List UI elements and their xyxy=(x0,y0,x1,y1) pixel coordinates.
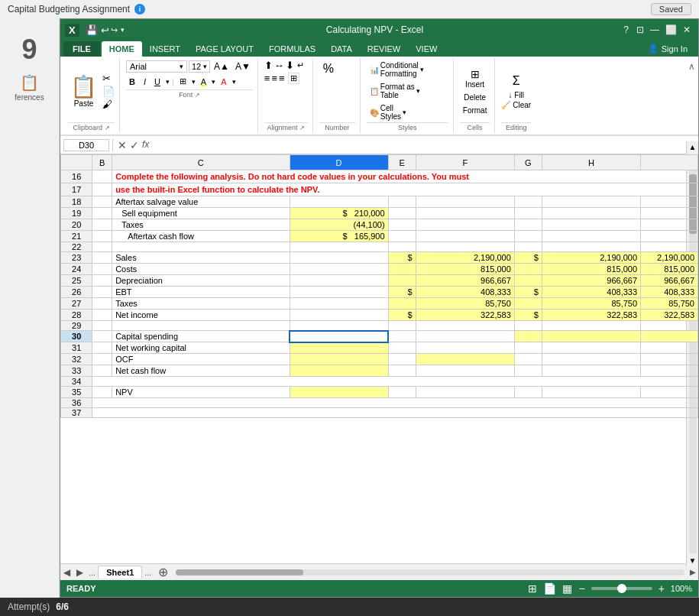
col-header-h[interactable]: H xyxy=(542,155,640,170)
cell-d30-selected[interactable] xyxy=(290,331,388,342)
cell-c22[interactable] xyxy=(112,242,290,252)
align-bottom-button[interactable]: ⬇ xyxy=(286,60,294,71)
cell-f27[interactable]: 85,750 xyxy=(416,298,514,310)
border-button[interactable]: ⊞ xyxy=(176,75,189,88)
cell-g35[interactable] xyxy=(514,387,542,398)
sheet-next-button[interactable]: ▶ xyxy=(73,567,86,578)
cell-e35[interactable] xyxy=(388,387,416,398)
cell-b18[interactable] xyxy=(92,196,112,208)
cell-f25[interactable]: 966,667 xyxy=(416,275,514,287)
cell-h33[interactable] xyxy=(542,365,640,377)
fill-button[interactable]: ↓ Fill xyxy=(509,91,525,99)
cell-e32[interactable] xyxy=(388,354,416,365)
cell-c23[interactable]: Sales xyxy=(112,252,290,264)
underline-dropdown[interactable]: ▾ xyxy=(166,78,170,86)
cell-f23[interactable]: 2,190,000 xyxy=(416,252,514,264)
cell-f18[interactable] xyxy=(416,196,514,208)
cell-e22[interactable] xyxy=(388,242,416,252)
cell-styles-button[interactable]: 🎨 CellStyles ▾ xyxy=(367,102,427,122)
cell-e25[interactable] xyxy=(388,275,416,287)
cell-f35[interactable] xyxy=(416,387,514,398)
cell-e23[interactable]: $ xyxy=(388,252,416,264)
h-scroll-right-button[interactable]: ▶ xyxy=(688,568,698,576)
sign-in-button[interactable]: 👤 Sign In xyxy=(640,41,695,57)
cell-c24[interactable]: Costs xyxy=(112,264,290,275)
cell-f19[interactable] xyxy=(416,208,514,219)
cell-h25[interactable]: 966,667 xyxy=(542,275,640,287)
decrease-font-button[interactable]: A▼ xyxy=(233,60,253,73)
cell-c19[interactable]: Sell equipment xyxy=(112,208,290,219)
cell-g31[interactable] xyxy=(514,342,542,354)
percent-button[interactable]: % xyxy=(319,60,338,78)
cell-f22[interactable] xyxy=(416,242,514,252)
autosum-button[interactable]: Σ xyxy=(510,73,523,89)
tab-page-layout[interactable]: PAGE LAYOUT xyxy=(188,41,261,57)
col-header-c[interactable]: C xyxy=(112,155,290,170)
help-icon[interactable]: ? xyxy=(619,24,633,35)
align-right-button[interactable]: ≡ xyxy=(279,73,285,84)
cell-g21[interactable] xyxy=(514,231,542,242)
bold-button[interactable]: B xyxy=(126,76,138,88)
cell-e31[interactable] xyxy=(388,342,416,354)
fill-color-button[interactable]: A xyxy=(198,76,209,88)
cell-h21[interactable] xyxy=(542,231,640,242)
tab-formulas[interactable]: FORMULAS xyxy=(261,41,323,57)
clear-button[interactable]: 🧹 Clear xyxy=(501,101,531,109)
border-dropdown[interactable]: ▾ xyxy=(192,78,196,86)
cell-d35[interactable] xyxy=(290,387,388,398)
col-header-g[interactable]: G xyxy=(514,155,542,170)
cell-b16[interactable] xyxy=(92,170,112,183)
cell-h26[interactable]: 408,333 xyxy=(542,287,640,298)
cell-b30[interactable] xyxy=(92,331,112,342)
cell-h31[interactable] xyxy=(542,342,640,354)
cell-h19[interactable] xyxy=(542,208,640,219)
cell-c33[interactable]: Net cash flow xyxy=(112,365,290,377)
cell-f21[interactable] xyxy=(416,231,514,242)
increase-font-button[interactable]: A▲ xyxy=(212,60,231,73)
cell-h30[interactable] xyxy=(542,331,640,342)
zoom-out-button[interactable]: − xyxy=(578,582,584,595)
tab-view[interactable]: VIEW xyxy=(408,41,445,57)
fill-dropdown[interactable]: ▾ xyxy=(212,78,215,86)
cell-d28[interactable] xyxy=(290,310,388,321)
cell-c29[interactable] xyxy=(112,321,290,331)
cell-reference-box[interactable]: D30 xyxy=(63,139,109,151)
zoom-slider[interactable] xyxy=(591,587,652,590)
merge-button[interactable]: ⊞ xyxy=(288,73,299,84)
cell-h23[interactable]: 2,190,000 xyxy=(542,252,640,264)
cell-e18[interactable] xyxy=(388,196,416,208)
sheet-tab-sheet1[interactable]: Sheet1 xyxy=(98,566,142,579)
cell-h35[interactable] xyxy=(542,387,640,398)
cell-f29[interactable] xyxy=(416,321,514,331)
cell-b29[interactable] xyxy=(92,321,112,331)
cut-icon[interactable]: ✂ xyxy=(102,73,115,84)
align-top-button[interactable]: ⬆ xyxy=(264,60,273,71)
cell-g32[interactable] xyxy=(514,354,542,365)
cell-e26[interactable]: $ xyxy=(388,287,416,298)
cell-d25[interactable] xyxy=(290,275,388,287)
cell-b23[interactable] xyxy=(92,252,112,264)
cell-c25[interactable]: Depreciation xyxy=(112,275,290,287)
cell-f24[interactable]: 815,000 xyxy=(416,264,514,275)
cell-b32[interactable] xyxy=(92,354,112,365)
cell-e21[interactable] xyxy=(388,231,416,242)
cell-e20[interactable] xyxy=(388,219,416,231)
format-cells-button[interactable]: Format xyxy=(460,105,490,116)
add-sheet-button[interactable]: ⊕ xyxy=(154,565,173,579)
cell-d26[interactable] xyxy=(290,287,388,298)
cell-c30[interactable]: Capital spending xyxy=(112,331,290,342)
delete-cells-button[interactable]: Delete xyxy=(461,92,489,103)
cell-d31[interactable] xyxy=(290,342,388,354)
cell-b35[interactable] xyxy=(92,387,112,398)
insert-cells-button[interactable]: ⊞ Insert xyxy=(462,66,487,90)
tab-data[interactable]: DATA xyxy=(323,41,360,57)
tab-insert[interactable]: INSERT xyxy=(142,41,188,57)
cell-f30[interactable] xyxy=(416,331,514,342)
cell-d23[interactable] xyxy=(290,252,388,264)
redo-icon[interactable]: ↪ xyxy=(111,25,118,35)
maximize-icon[interactable]: ⬜ xyxy=(662,24,680,35)
align-center-button[interactable]: ≡ xyxy=(271,73,277,84)
cell-b24[interactable] xyxy=(92,264,112,275)
cell-f26[interactable]: 408,333 xyxy=(416,287,514,298)
page-layout-icon[interactable]: 📄 xyxy=(543,582,556,595)
